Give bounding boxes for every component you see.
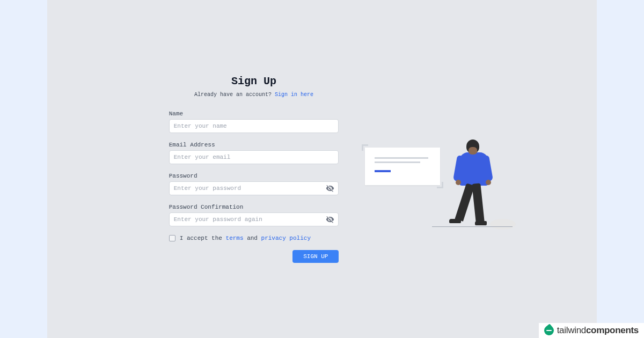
leaf-icon bbox=[542, 324, 555, 337]
brand-text-bold: components bbox=[586, 325, 639, 336]
email-label: Email Address bbox=[169, 142, 339, 148]
face-shape bbox=[469, 147, 477, 155]
signup-illustration bbox=[360, 137, 488, 255]
name-input[interactable] bbox=[169, 119, 339, 133]
page-container: Sign Up Already have an account? Sign in… bbox=[47, 0, 597, 338]
signup-button[interactable]: SIGN UP bbox=[292, 250, 339, 263]
privacy-link[interactable]: privacy policy bbox=[261, 235, 311, 241]
password-label: Password bbox=[169, 173, 339, 179]
password-group: Password bbox=[169, 173, 339, 195]
password-wrapper bbox=[169, 181, 339, 195]
name-group: Name bbox=[169, 111, 339, 133]
form-column: Sign Up Already have an account? Sign in… bbox=[152, 75, 356, 338]
terms-middle: and bbox=[244, 235, 261, 241]
name-label: Name bbox=[169, 111, 339, 117]
terms-prefix: I accept the bbox=[180, 235, 226, 241]
terms-link[interactable]: terms bbox=[226, 235, 244, 241]
terms-checkbox[interactable] bbox=[169, 235, 175, 241]
hand-shape bbox=[486, 180, 491, 185]
signin-link[interactable]: Sign in here bbox=[275, 92, 313, 98]
page-title: Sign Up bbox=[231, 75, 276, 87]
submit-row: SIGN UP bbox=[169, 250, 339, 263]
signin-prompt: Already have an account? Sign in here bbox=[194, 92, 313, 98]
card-corner-icon bbox=[437, 182, 443, 188]
ground-line bbox=[432, 226, 513, 227]
foot-shape bbox=[449, 219, 461, 223]
password-confirm-input[interactable] bbox=[169, 212, 339, 226]
ground-shadow bbox=[490, 219, 516, 230]
email-input[interactable] bbox=[169, 150, 339, 164]
card-line bbox=[375, 161, 420, 163]
body-shape bbox=[459, 152, 489, 186]
password-confirm-label: Password Confirmation bbox=[169, 204, 339, 210]
terms-label: I accept the terms and privacy policy bbox=[180, 235, 311, 241]
illustration-column bbox=[356, 75, 492, 338]
card-accent bbox=[375, 170, 391, 172]
main-content: Sign Up Already have an account? Sign in… bbox=[139, 75, 506, 338]
email-group: Email Address bbox=[169, 142, 339, 164]
card-shape bbox=[365, 148, 440, 185]
foot-shape bbox=[475, 221, 487, 225]
signin-prompt-text: Already have an account? bbox=[194, 92, 275, 98]
brand-badge[interactable]: tailwindcomponents bbox=[539, 323, 644, 338]
signup-form: Name Email Address Password Password Con… bbox=[169, 111, 339, 263]
password-confirm-group: Password Confirmation bbox=[169, 204, 339, 226]
card-line bbox=[375, 157, 428, 159]
terms-checkbox-row: I accept the terms and privacy policy bbox=[169, 235, 339, 241]
leg-shape bbox=[472, 183, 485, 222]
brand-text-light: tailwind bbox=[557, 325, 586, 336]
eye-off-icon[interactable] bbox=[326, 215, 334, 224]
eye-off-icon[interactable] bbox=[326, 184, 334, 193]
password-confirm-wrapper bbox=[169, 212, 339, 226]
password-input[interactable] bbox=[169, 181, 339, 195]
